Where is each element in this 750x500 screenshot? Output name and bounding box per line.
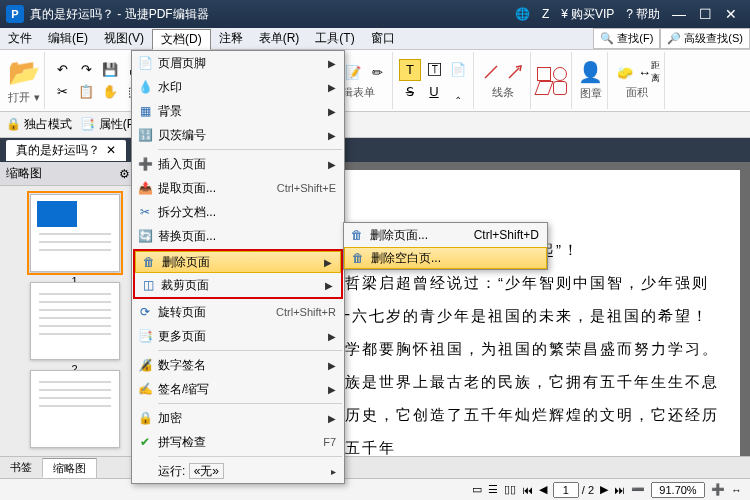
folder-open-icon[interactable]: 📂 bbox=[8, 57, 40, 88]
layout-cont-icon[interactable]: ☰ bbox=[488, 483, 498, 496]
page-content: ！ 我演讲的题目是“和祖国在一起”！ 先哲梁启超曾经说过：“少年智则中国智，少年… bbox=[310, 170, 740, 456]
menu-document[interactable]: 文档(D) bbox=[152, 29, 211, 50]
first-page-icon[interactable]: ⏮ bbox=[522, 484, 533, 496]
minimize-button[interactable]: — bbox=[666, 6, 692, 22]
globe-icon[interactable]: 🌐 bbox=[515, 7, 530, 21]
cloud-shape-icon[interactable] bbox=[553, 81, 567, 95]
find-button[interactable]: 🔍查找(F) bbox=[593, 28, 660, 49]
menu-bates[interactable]: 🔢贝茨编号▶ bbox=[132, 123, 344, 147]
menu-comment[interactable]: 注释 bbox=[211, 28, 251, 49]
fit-width-icon[interactable]: ↔ bbox=[731, 484, 742, 496]
menu-encrypt[interactable]: 🔒加密▶ bbox=[132, 406, 344, 430]
maximize-button[interactable]: ☐ bbox=[692, 6, 718, 22]
last-page-icon[interactable]: ⏭ bbox=[614, 484, 625, 496]
underline-icon[interactable]: U bbox=[423, 81, 445, 103]
submenu-delete-blank[interactable]: 🗑删除空白页... bbox=[344, 247, 547, 269]
thumbnail-panel: 缩略图⚙ ✕ 1 2 bbox=[0, 162, 150, 456]
menu-digital-sign[interactable]: 🔏数字签名▶ bbox=[132, 353, 344, 377]
menu-tool[interactable]: 工具(T) bbox=[307, 28, 362, 49]
user-label[interactable]: Z bbox=[542, 7, 549, 21]
redo-icon[interactable]: ↷ bbox=[75, 59, 97, 81]
menu-window[interactable]: 窗口 bbox=[363, 28, 403, 49]
delete-page-submenu: 🗑删除页面...Ctrl+Shift+D 🗑删除空白页... bbox=[343, 222, 548, 270]
cut-icon[interactable]: ✂ bbox=[51, 81, 73, 103]
workarea: 缩略图⚙ ✕ 1 2 ！ 我演讲的题目是“和祖国在一起”！ 先哲梁启超曾经说过：… bbox=[0, 162, 750, 456]
exclusive-mode-button[interactable]: 🔒 独占模式 bbox=[6, 116, 72, 133]
open-group: 📂 打开 ▾ bbox=[4, 52, 45, 109]
menu-split-doc[interactable]: ✂拆分文档... bbox=[132, 200, 344, 224]
page-input[interactable] bbox=[553, 482, 579, 498]
menu-view[interactable]: 视图(V) bbox=[96, 28, 152, 49]
next-page-icon[interactable]: ▶ bbox=[600, 483, 608, 496]
line-icon[interactable] bbox=[480, 61, 502, 83]
hand-icon[interactable]: ✋ bbox=[99, 81, 121, 103]
eraser-icon[interactable]: 🧽 bbox=[614, 61, 636, 83]
copy-icon[interactable]: 📋 bbox=[75, 81, 97, 103]
tab-close-icon[interactable]: ✕ bbox=[106, 143, 116, 157]
menu-headerfooter[interactable]: 📄页眉页脚▶ bbox=[132, 51, 344, 75]
menu-spellcheck[interactable]: ✔拼写检查F7 bbox=[132, 430, 344, 454]
menu-replace-page[interactable]: 🔄替换页面... bbox=[132, 224, 344, 248]
thumbnail-1[interactable]: 1 bbox=[30, 194, 120, 272]
thumbnail-2[interactable]: 2 bbox=[30, 282, 120, 360]
menubar: 文件 编辑(E) 视图(V) 文档(D) 注释 表单(R) 工具(T) 窗口 🔍… bbox=[0, 28, 750, 50]
stamp-label: 图章 bbox=[580, 86, 602, 101]
pencil-icon[interactable]: ✏ bbox=[366, 61, 388, 83]
prev-page-icon[interactable]: ◀ bbox=[539, 483, 547, 496]
titlebar: P 真的是好运吗？ - 迅捷PDF编辑器 🌐 Z ¥购买VIP ?帮助 — ☐ … bbox=[0, 0, 750, 28]
menu-insert-page[interactable]: ➕插入页面▶ bbox=[132, 152, 344, 176]
open-label[interactable]: 打开 bbox=[8, 91, 30, 103]
zoom-input[interactable] bbox=[651, 482, 705, 498]
menu-rotate-page[interactable]: ⟳旋转页面Ctrl+Shift+R bbox=[132, 300, 344, 324]
textbox-icon[interactable]: 🅃 bbox=[423, 59, 445, 81]
area-label: 面积 bbox=[626, 85, 648, 100]
note-icon[interactable]: 📄 bbox=[447, 59, 469, 81]
menu-extract-page[interactable]: 📤提取页面...Ctrl+Shift+E bbox=[132, 176, 344, 200]
window-title: 真的是好运吗？ - 迅捷PDF编辑器 bbox=[30, 6, 209, 23]
advanced-find-button[interactable]: 🔎高级查找(S) bbox=[660, 28, 750, 49]
app-logo: P bbox=[6, 5, 24, 23]
menu-run[interactable]: 运行: «无»▸ bbox=[132, 459, 344, 483]
undo-icon[interactable]: ↶ bbox=[51, 59, 73, 81]
bottom-tabbar: 书签 缩略图 bbox=[0, 456, 750, 478]
zoom-in-status-icon[interactable]: ➕ bbox=[711, 483, 725, 496]
menu-file[interactable]: 文件 bbox=[0, 28, 40, 49]
help-button[interactable]: ?帮助 bbox=[626, 6, 660, 23]
strike-icon[interactable]: S̶ bbox=[399, 81, 421, 103]
menu-crop-page[interactable]: ◫裁剪页面▶ bbox=[135, 273, 341, 297]
layout-facing-icon[interactable]: ▯▯ bbox=[504, 483, 516, 496]
caret-icon[interactable]: ‸ bbox=[447, 81, 469, 103]
save-icon[interactable]: 💾 bbox=[99, 59, 121, 81]
menu-form[interactable]: 表单(R) bbox=[251, 28, 308, 49]
stamp-icon[interactable]: 👤 bbox=[578, 60, 603, 84]
distance-icon[interactable]: ↔距离 bbox=[638, 61, 660, 83]
svg-line-1 bbox=[509, 68, 519, 78]
menu-sign[interactable]: ✍签名/缩写▶ bbox=[132, 377, 344, 401]
highlight-icon[interactable]: T bbox=[399, 59, 421, 81]
form-edit-icon[interactable]: 📝 bbox=[342, 61, 364, 83]
arrow-icon[interactable] bbox=[504, 61, 526, 83]
thumbnail-3[interactable] bbox=[30, 370, 120, 448]
statusbar: ▭ ☰ ▯▯ ⏮ ◀ / 2 ▶ ⏭ ➖ ➕ ↔ bbox=[0, 478, 750, 500]
rect-shape-icon[interactable] bbox=[537, 67, 551, 81]
document-menu: 📄页眉页脚▶ 💧水印▶ ▦背景▶ 🔢贝茨编号▶ ➕插入页面▶ 📤提取页面...C… bbox=[131, 50, 345, 484]
zoom-out-status-icon[interactable]: ➖ bbox=[631, 483, 645, 496]
circle-shape-icon[interactable] bbox=[553, 67, 567, 81]
ribbon: 📂 打开 ▾ ↶ ↷ 💾 🖨 ✉ ✂ 📋 ✋ ⬚ 📷 ➖➕ % ⟲ ⟳ ⟳ 缩小 bbox=[0, 50, 750, 112]
menu-delete-page[interactable]: 🗑删除页面▶ bbox=[135, 251, 341, 273]
buy-vip-button[interactable]: ¥购买VIP bbox=[561, 6, 614, 23]
bookmark-tab[interactable]: 书签 bbox=[0, 458, 43, 477]
document-tab[interactable]: 真的是好运吗？✕ bbox=[6, 140, 126, 161]
menu-more-pages[interactable]: 📑更多页面▶ bbox=[132, 324, 344, 348]
document-tabbar: 真的是好运吗？✕ bbox=[0, 138, 750, 162]
layout-single-icon[interactable]: ▭ bbox=[472, 483, 482, 496]
close-button[interactable]: ✕ bbox=[718, 6, 744, 22]
thumbnail-tab[interactable]: 缩略图 bbox=[43, 458, 97, 478]
menu-background[interactable]: ▦背景▶ bbox=[132, 99, 344, 123]
submenu-delete-pages[interactable]: 🗑删除页面...Ctrl+Shift+D bbox=[344, 223, 547, 247]
menu-watermark[interactable]: 💧水印▶ bbox=[132, 75, 344, 99]
poly-shape-icon[interactable] bbox=[534, 81, 553, 95]
svg-line-0 bbox=[485, 66, 497, 78]
menu-edit[interactable]: 编辑(E) bbox=[40, 28, 96, 49]
quickbar: 🔒 独占模式 📑 属性(P)... bbox=[0, 112, 750, 138]
